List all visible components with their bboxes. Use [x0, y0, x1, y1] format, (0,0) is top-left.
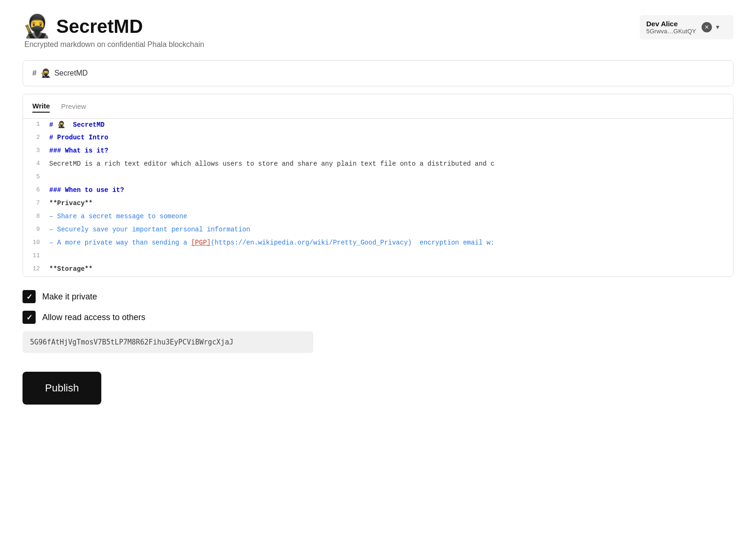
chevron-down-icon[interactable]: ▼	[715, 24, 720, 31]
code-editor[interactable]: 1 # 🥷 SecretMD 2 # Product Intro 3 ### W…	[23, 119, 733, 276]
line-content: SecretMD is a rich text editor which all…	[45, 158, 733, 169]
tab-preview[interactable]: Preview	[61, 100, 86, 112]
tab-write[interactable]: Write	[32, 100, 50, 113]
code-line-7: 7 **Privacy**	[23, 198, 733, 211]
user-profile[interactable]: Dev Alice 5Grwva…GKutQY ✕ ▼	[640, 15, 733, 39]
code-line-9: 9 – Securely save your important persona…	[23, 224, 733, 237]
main-content: # 🥷 SecretMD Write Preview 1 # 🥷 SecretM…	[0, 60, 756, 405]
breadcrumb-icon: 🥷	[40, 68, 51, 78]
line-number: 9	[23, 224, 45, 235]
breadcrumb-title: SecretMD	[54, 69, 88, 77]
line-content: – A more private way than sending a [PGP…	[45, 237, 733, 248]
allow-read-row: ✓ Allow read access to others	[23, 311, 733, 324]
line-number: 7	[23, 198, 45, 208]
line-number: 10	[23, 237, 45, 248]
options-section: ✓ Make it private ✓ Allow read access to…	[23, 290, 733, 353]
code-line-6: 6 ### When to use it?	[23, 184, 733, 198]
line-number: 8	[23, 211, 45, 222]
code-line-3: 3 ### What is it?	[23, 145, 733, 158]
breadcrumb-hash: #	[32, 69, 37, 77]
allow-read-checkbox[interactable]: ✓	[23, 311, 36, 324]
brand-logo-icon: 🥷	[23, 15, 51, 38]
line-content: – Share a secret message to someone	[45, 211, 733, 222]
make-private-row: ✓ Make it private	[23, 290, 733, 303]
line-content: **Storage**	[45, 263, 733, 275]
line-number: 12	[23, 263, 45, 274]
line-number: 3	[23, 145, 45, 156]
user-address: 5Grwva…GKutQY	[646, 28, 696, 35]
user-controls: ✕ ▼	[702, 22, 720, 32]
allow-read-label: Allow read access to others	[42, 313, 145, 322]
brand-subtitle: Encrypted markdown on confidential Phala…	[23, 40, 204, 49]
line-number: 11	[23, 250, 45, 261]
breadcrumb: # 🥷 SecretMD	[23, 60, 733, 86]
line-number: 2	[23, 132, 45, 143]
line-number: 4	[23, 158, 45, 169]
header: 🥷 SecretMD Encrypted markdown on confide…	[0, 0, 756, 60]
code-line-11: 11	[23, 250, 733, 263]
line-content: **Privacy**	[45, 198, 733, 209]
line-content	[45, 250, 733, 254]
make-private-label: Make it private	[42, 292, 97, 302]
disconnect-button[interactable]: ✕	[702, 22, 712, 32]
line-content: ### What is it?	[45, 145, 733, 156]
code-line-12: 12 **Storage**	[23, 263, 733, 276]
code-line-4: 4 SecretMD is a rich text editor which a…	[23, 158, 733, 171]
publish-button[interactable]: Publish	[23, 372, 101, 405]
code-line-10: 10 – A more private way than sending a […	[23, 237, 733, 250]
code-line-2: 2 # Product Intro	[23, 132, 733, 145]
line-content: # Product Intro	[45, 132, 733, 143]
line-content	[45, 171, 733, 175]
line-number: 5	[23, 171, 45, 182]
line-number: 1	[23, 119, 45, 130]
brand-name: SecretMD	[56, 16, 143, 37]
line-content: – Securely save your important personal …	[45, 224, 733, 235]
brand-title: 🥷 SecretMD	[23, 15, 204, 38]
code-line-1: 1 # 🥷 SecretMD	[23, 119, 733, 132]
user-name: Dev Alice	[646, 20, 696, 28]
make-private-checkbox[interactable]: ✓	[23, 290, 36, 303]
editor-tabs: Write Preview	[23, 94, 733, 119]
editor-container: Write Preview 1 # 🥷 SecretMD 2 # Product…	[23, 94, 733, 277]
code-line-8: 8 – Share a secret message to someone	[23, 211, 733, 224]
checkmark-icon: ✓	[26, 292, 32, 301]
checkmark-icon: ✓	[26, 313, 32, 322]
user-info: Dev Alice 5Grwva…GKutQY	[646, 20, 696, 35]
code-line-5: 5	[23, 171, 733, 184]
line-content: ### When to use it?	[45, 184, 733, 196]
brand: 🥷 SecretMD Encrypted markdown on confide…	[23, 15, 204, 49]
access-key-input[interactable]	[23, 331, 313, 353]
line-number: 6	[23, 184, 45, 195]
line-content: # 🥷 SecretMD	[45, 119, 733, 130]
